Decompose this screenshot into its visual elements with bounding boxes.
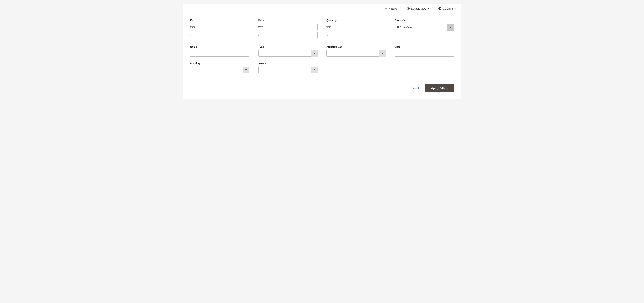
filter-icon bbox=[384, 7, 388, 10]
type-select-wrapper bbox=[258, 50, 318, 57]
type-select[interactable] bbox=[258, 50, 318, 57]
default-view-button[interactable]: Default View bbox=[402, 4, 434, 13]
filter-group-type: Type bbox=[258, 46, 318, 57]
toolbar: Filters Default View Columns bbox=[183, 4, 461, 14]
gear-icon bbox=[438, 7, 442, 10]
svg-point-2 bbox=[440, 8, 440, 9]
chevron-down-icon bbox=[428, 8, 430, 9]
filter-panel-container: Filters Default View Columns bbox=[183, 4, 461, 99]
tab-filters-label: Filters bbox=[389, 7, 397, 10]
id-from-row: from bbox=[190, 24, 250, 30]
price-to-label: to bbox=[258, 34, 264, 37]
status-label: Status bbox=[258, 62, 318, 65]
visibility-label: Visibility bbox=[190, 62, 250, 65]
tab-filters[interactable]: Filters bbox=[380, 4, 402, 14]
store-view-select[interactable]: All Store Views bbox=[395, 24, 454, 31]
price-label: Price bbox=[258, 19, 318, 22]
filter-group-attribute-set: Attribute Set bbox=[326, 46, 386, 57]
price-to-input[interactable] bbox=[265, 32, 318, 38]
filter-group-sku: SKU bbox=[395, 46, 454, 57]
quantity-to-input[interactable] bbox=[333, 32, 386, 38]
quantity-from-label: from bbox=[326, 26, 332, 28]
svg-point-1 bbox=[408, 8, 408, 9]
quantity-to-row: to bbox=[326, 32, 386, 38]
id-to-input[interactable] bbox=[197, 32, 250, 38]
price-to-row: to bbox=[258, 32, 318, 38]
name-label: Name bbox=[190, 46, 250, 48]
filter-group-quantity: Quantity from to bbox=[326, 19, 386, 40]
quantity-from-input[interactable] bbox=[333, 24, 386, 30]
filter-footer: Cancel Apply Filters bbox=[190, 80, 454, 92]
chevron-down-icon-columns bbox=[455, 8, 457, 9]
id-to-label: to bbox=[190, 34, 196, 37]
default-view-label: Default View bbox=[411, 7, 426, 10]
columns-button[interactable]: Columns bbox=[434, 4, 461, 13]
sku-input[interactable] bbox=[395, 50, 454, 57]
status-select-wrapper bbox=[258, 67, 318, 73]
price-from-row: from bbox=[258, 24, 318, 30]
id-to-row: to bbox=[190, 32, 250, 38]
store-view-wrapper: All Store Views bbox=[395, 24, 454, 31]
filter-grid: ID from to Price from to bbox=[190, 19, 454, 73]
quantity-to-label: to bbox=[326, 34, 332, 37]
filter-group-name: Name bbox=[190, 46, 250, 57]
status-select[interactable] bbox=[258, 67, 318, 73]
id-label: ID bbox=[190, 19, 250, 22]
store-view-label: Store View bbox=[395, 19, 454, 22]
attribute-set-select[interactable] bbox=[326, 50, 386, 57]
name-input[interactable] bbox=[190, 50, 250, 57]
quantity-label: Quantity bbox=[326, 19, 386, 22]
type-label: Type bbox=[258, 46, 318, 48]
filter-group-id: ID from to bbox=[190, 19, 250, 40]
attribute-set-label: Attribute Set bbox=[326, 46, 386, 48]
filter-group-store-view: Store View All Store Views bbox=[395, 19, 454, 40]
price-from-input[interactable] bbox=[265, 24, 318, 30]
filter-group-status: Status bbox=[258, 62, 318, 73]
quantity-from-row: from bbox=[326, 24, 386, 30]
visibility-select-wrapper bbox=[190, 67, 250, 73]
id-from-input[interactable] bbox=[197, 24, 250, 30]
filter-group-price: Price from to bbox=[258, 19, 318, 40]
columns-label: Columns bbox=[443, 7, 454, 10]
eye-icon bbox=[406, 7, 410, 10]
apply-filters-button[interactable]: Apply Filters bbox=[425, 84, 454, 92]
price-from-label: from bbox=[258, 26, 264, 28]
cancel-button[interactable]: Cancel bbox=[408, 85, 422, 91]
visibility-select[interactable] bbox=[190, 67, 250, 73]
sku-label: SKU bbox=[395, 46, 454, 48]
attribute-set-select-wrapper bbox=[326, 50, 386, 57]
id-from-label: from bbox=[190, 26, 196, 28]
filter-group-visibility: Visibility bbox=[190, 62, 250, 73]
svg-point-0 bbox=[407, 8, 409, 10]
filter-content: ID from to Price from to bbox=[183, 14, 461, 99]
